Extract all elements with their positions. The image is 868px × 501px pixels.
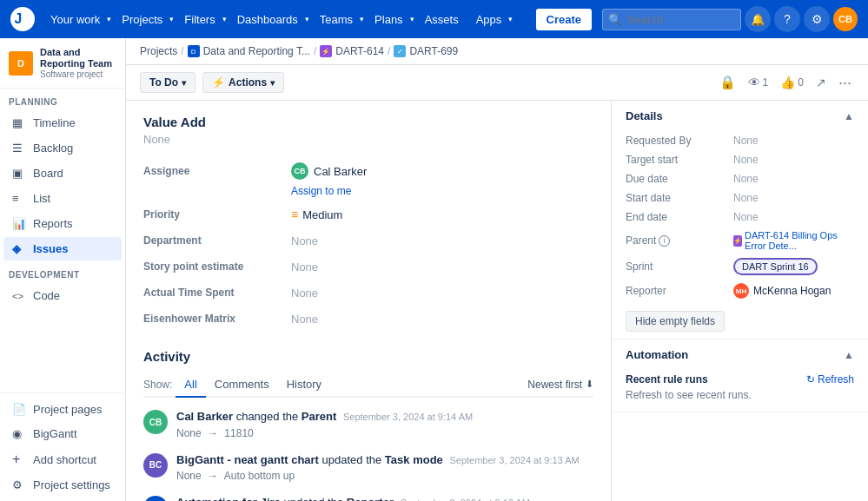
backlog-icon: ☰	[12, 142, 26, 155]
vote-count: 0	[798, 76, 804, 89]
more-button[interactable]: ···	[836, 72, 854, 93]
assign-to-me-link[interactable]: Assign to me	[291, 185, 593, 197]
sidebar-item-backlog[interactable]: ☰ Backlog	[3, 136, 122, 160]
vote-button[interactable]: 👍 0	[778, 73, 806, 92]
detail-row-due-date: Due date None	[612, 169, 868, 188]
hide-empty-fields-button[interactable]: Hide empty fields	[626, 311, 725, 332]
breadcrumb-projects[interactable]: Projects	[140, 45, 177, 57]
sprint-value[interactable]: DART Sprint 16	[733, 260, 854, 273]
sidebar-item-timeline[interactable]: ▦ Timeline	[3, 111, 122, 135]
nav-item-plans[interactable]: Plans	[368, 10, 410, 30]
nav-caret-dashboards: ▾	[305, 15, 309, 23]
sidebar-label-issues: Issues	[33, 242, 68, 255]
due-date-value[interactable]: None	[733, 173, 854, 185]
sidebar-label-biggantt: BigGantt	[33, 427, 77, 440]
detail-row-target-start: Target start None	[612, 150, 868, 169]
reporter-value[interactable]: MH McKenna Hogan	[733, 283, 854, 299]
lock-button[interactable]: 🔒	[717, 72, 739, 93]
nav-item-assets[interactable]: Assets	[418, 10, 466, 30]
parent-value[interactable]: ⚡ DART-614 Billing Ops Error Dete...	[733, 230, 854, 251]
project-pages-icon: 📄	[12, 403, 26, 416]
search-input[interactable]	[602, 9, 741, 30]
sidebar-label-reports: Reports	[33, 217, 73, 230]
show-label: Show:	[143, 379, 172, 391]
breadcrumb-sep-1: /	[181, 45, 183, 57]
nav-item-your-work[interactable]: Your work	[43, 10, 107, 30]
tab-all[interactable]: All	[176, 372, 205, 398]
details-section: Details ▲ Requested By None Target start…	[612, 101, 868, 339]
sidebar-item-biggantt[interactable]: ◉ BigGantt	[3, 422, 122, 445]
activity-title: Activity	[143, 349, 593, 364]
help-button[interactable]: ?	[774, 6, 800, 32]
sidebar-label-code: Code	[33, 289, 60, 302]
details-header[interactable]: Details ▲	[612, 101, 868, 131]
value-add-title: Value Add	[143, 115, 593, 129]
start-date-label: Start date	[626, 192, 730, 204]
search-icon: 🔍	[608, 13, 622, 26]
nav-item-filters[interactable]: Filters	[177, 10, 222, 30]
breadcrumb-dart699[interactable]: DART-699	[409, 45, 458, 57]
user-avatar[interactable]: CB	[833, 7, 858, 31]
actions-caret-icon: ▾	[270, 78, 275, 88]
share-button[interactable]: ↗	[813, 73, 829, 92]
sidebar-label-timeline: Timeline	[33, 116, 76, 129]
requested-by-value[interactable]: None	[733, 135, 854, 147]
nav-item-apps[interactable]: Apps	[469, 10, 509, 30]
sidebar-item-list[interactable]: ≡ List	[3, 187, 122, 210]
breadcrumb-dart614[interactable]: DART-614	[335, 45, 384, 57]
issue-header-bar: To Do ▾ ⚡ Actions ▾ 🔒 👁 1 👍 0	[126, 65, 868, 101]
story-points-value[interactable]: None	[291, 260, 593, 274]
sidebar-item-code[interactable]: <> Code	[3, 284, 122, 307]
details-title: Details	[626, 109, 663, 122]
department-value[interactable]: None	[291, 234, 593, 247]
parent-epic-icon: ⚡	[733, 235, 742, 247]
department-label: Department	[143, 234, 291, 247]
activity-item-1: BC BigGantt - neat gantt chart updated t…	[143, 452, 593, 483]
requested-by-label: Requested By	[626, 135, 730, 147]
time-spent-value[interactable]: None	[291, 287, 593, 300]
sidebar-item-project-settings[interactable]: ⚙ Project settings	[3, 473, 122, 497]
end-date-label: End date	[626, 211, 730, 223]
actions-label: Actions	[229, 76, 267, 89]
breadcrumb-epic-icon: ⚡	[320, 45, 332, 57]
sidebar-item-issues[interactable]: ◈ Issues	[3, 237, 122, 260]
tab-history[interactable]: History	[278, 372, 330, 396]
watch-button[interactable]: 👁 1	[745, 73, 772, 92]
sidebar-item-board[interactable]: ▣ Board	[3, 162, 122, 185]
newest-first-label[interactable]: Newest first	[527, 379, 582, 391]
field-row-time-spent: Actual Time Spent None	[143, 280, 593, 306]
automation-header[interactable]: Automation ▲	[612, 339, 868, 370]
priority-value[interactable]: ≡ Medium	[291, 208, 593, 221]
eisenhower-value[interactable]: None	[291, 313, 593, 326]
end-date-value[interactable]: None	[733, 211, 854, 223]
breadcrumb-sep-3: /	[388, 45, 390, 57]
code-icon: <>	[12, 291, 26, 301]
start-date-value[interactable]: None	[733, 192, 854, 204]
assignee-value[interactable]: CB Cal Barker	[291, 162, 593, 180]
detail-row-end-date: End date None	[612, 208, 868, 227]
timeline-icon: ▦	[12, 116, 26, 129]
automation-section: Automation ▲ Recent rule runs ↻ Refresh …	[612, 339, 868, 412]
parent-info-icon[interactable]: i	[659, 235, 670, 247]
nav-item-teams[interactable]: Teams	[313, 10, 360, 30]
assignee-avatar: CB	[291, 162, 308, 180]
sidebar-item-project-pages[interactable]: 📄 Project pages	[3, 398, 122, 421]
sidebar-item-add-shortcut[interactable]: + Add shortcut	[3, 446, 122, 472]
breadcrumb-project-icon: D	[188, 45, 200, 57]
nav-item-dashboards[interactable]: Dashboards	[230, 10, 305, 30]
actions-button[interactable]: ⚡ Actions ▾	[202, 72, 284, 93]
field-row-priority: Priority ≡ Medium	[143, 201, 593, 227]
fields-section: Assignee CB Cal Barker Assign to me Prio…	[143, 158, 593, 332]
notifications-button[interactable]: 🔔	[745, 6, 771, 32]
sidebar-label-backlog: Backlog	[33, 142, 73, 155]
settings-button[interactable]: ⚙	[804, 6, 830, 32]
refresh-button[interactable]: ↻ Refresh	[806, 373, 854, 386]
create-button[interactable]: Create	[536, 9, 592, 30]
status-button[interactable]: To Do ▾	[140, 72, 195, 93]
breadcrumb-project[interactable]: Data and Reporting T...	[203, 45, 310, 57]
tab-comments[interactable]: Comments	[206, 372, 278, 396]
nav-logo[interactable]: J	[10, 7, 35, 31]
target-start-value[interactable]: None	[733, 154, 854, 166]
nav-item-projects[interactable]: Projects	[115, 10, 169, 30]
sidebar-item-reports[interactable]: 📊 Reports	[3, 212, 122, 235]
